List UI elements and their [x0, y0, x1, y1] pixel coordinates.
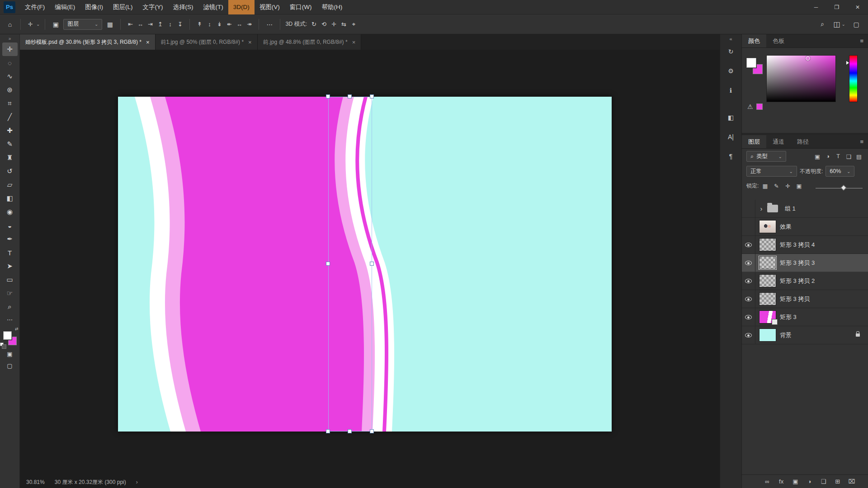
layer-style-icon[interactable]: fx [777, 477, 786, 486]
properties-panel-icon[interactable]: ⚙ [724, 64, 738, 78]
crop-tool[interactable]: ⌗ [2, 97, 18, 110]
foreground-color-swatch[interactable] [3, 331, 12, 340]
layer-thumbnail[interactable] [759, 238, 776, 251]
layer-thumbnail[interactable] [759, 292, 776, 305]
clone-stamp-tool[interactable]: ♜ [2, 151, 18, 164]
distribute-right-icon[interactable]: ↠ [245, 19, 254, 30]
screen-mode-icon[interactable]: ▢ [2, 360, 18, 371]
visibility-toggle[interactable] [742, 308, 755, 326]
align-bottom-icon[interactable]: ↧ [175, 19, 184, 30]
align-center-v-icon[interactable]: ↕ [165, 19, 175, 30]
shape-tool[interactable]: ▭ [2, 273, 18, 286]
distribute-v-icon[interactable]: ↕ [205, 19, 214, 30]
menu-item[interactable]: 图层(L) [108, 0, 138, 14]
lock-transparency-icon[interactable]: ▦ [760, 181, 769, 190]
workspace-switcher[interactable]: ◫ ⌄ [833, 20, 845, 28]
transform-handle[interactable] [326, 262, 330, 266]
layer-row[interactable]: 组 1 [742, 200, 868, 218]
panel-tab[interactable]: 色板 [766, 34, 791, 47]
minimize-button[interactable]: ─ [806, 0, 826, 14]
path-selection-tool[interactable]: ➤ [2, 259, 18, 273]
status-chevron-icon[interactable]: › [136, 479, 138, 485]
hue-slider[interactable] [849, 55, 858, 102]
auto-select-icon[interactable]: ▣ [50, 19, 61, 30]
layer-name[interactable]: 组 1 [785, 205, 866, 213]
layer-thumbnail[interactable] [759, 328, 776, 342]
history-brush-tool[interactable]: ↺ [2, 164, 18, 178]
filter-adjustment-layers-icon[interactable]: ◑ [823, 152, 832, 161]
saturation-brightness-field[interactable] [766, 55, 836, 102]
close-button[interactable]: ✕ [847, 0, 868, 14]
gamut-swatch[interactable] [756, 103, 763, 110]
layer-row[interactable]: 矩形 3 拷贝 3 [742, 254, 868, 272]
group-expand-icon[interactable] [759, 205, 764, 212]
visibility-toggle[interactable] [742, 290, 755, 308]
layer-thumbnail[interactable] [759, 274, 776, 287]
filter-smart-objects-icon[interactable]: ▤ [854, 152, 863, 161]
new-group-icon[interactable]: ❑ [819, 477, 828, 486]
menu-item[interactable]: 文件(F) [20, 0, 50, 14]
info-panel-icon[interactable]: ℹ [724, 83, 738, 98]
more-options-icon[interactable]: ⋯ [264, 19, 275, 30]
layer-mask-icon[interactable]: ▣ [791, 477, 800, 486]
filter-pixel-layers-icon[interactable]: ▣ [813, 152, 822, 161]
canvas-area[interactable]: 30.81% 30 厘米 x 20.32厘米 (300 ppi) › [20, 50, 720, 488]
layer-name[interactable]: 矩形 3 [780, 313, 866, 321]
lock-pixels-icon[interactable]: ✎ [772, 181, 781, 190]
show-transform-controls-icon[interactable]: ▦ [104, 19, 115, 30]
opacity-slider-handle[interactable] [841, 185, 847, 191]
distribute-top-icon[interactable]: ↟ [195, 19, 204, 30]
opacity-control[interactable]: 60% ⌄ [826, 166, 854, 177]
eraser-tool[interactable]: ▱ [2, 178, 18, 192]
document-canvas[interactable] [118, 97, 612, 432]
toolbar-collapse-icon[interactable]: » [9, 35, 11, 42]
move-tool[interactable]: ✛ [2, 42, 18, 56]
brush-tool[interactable]: ✎ [2, 137, 18, 151]
tab-close-icon[interactable]: × [248, 39, 252, 46]
swap-colors-icon[interactable]: ⇄ [15, 327, 19, 331]
align-left-icon[interactable]: ⇤ [126, 19, 135, 30]
adjustments-panel-icon[interactable]: ◧ [724, 110, 738, 125]
layer-name[interactable]: 矩形 3 拷贝 4 [780, 241, 866, 249]
color-cursor[interactable] [806, 56, 810, 61]
default-colors-icon[interactable] [0, 343, 4, 346]
panel-tab[interactable]: 图层 [742, 135, 766, 148]
align-top-icon[interactable]: ↥ [156, 19, 165, 30]
filter-type-layers-icon[interactable]: T [834, 152, 843, 161]
visibility-toggle[interactable] [742, 218, 755, 235]
restore-button[interactable]: ❐ [826, 0, 847, 14]
blur-tool[interactable]: ◉ [2, 205, 18, 219]
character-panel-icon[interactable]: A| [724, 130, 738, 144]
transform-handle[interactable] [326, 429, 330, 433]
3d-scale-icon[interactable]: ⌖ [349, 19, 358, 30]
document-tab[interactable]: 婚纱模板.psd @ 30.8% (矩形 3 拷贝 3, RGB/8) * × [20, 34, 156, 50]
menu-item[interactable]: 窗口(W) [285, 0, 317, 14]
layer-row[interactable]: 背景 [742, 326, 868, 344]
link-layers-icon[interactable]: ∞ [763, 477, 772, 486]
align-right-icon[interactable]: ⇥ [146, 19, 155, 30]
layer-name[interactable]: 背景 [780, 331, 852, 339]
search-icon[interactable]: ⌕ [817, 19, 828, 30]
history-panel-icon[interactable]: ↻ [724, 44, 738, 59]
panel-tab[interactable]: 颜色 [742, 34, 766, 47]
panel-menu-icon[interactable]: ≡ [855, 34, 868, 47]
layer-row[interactable]: 矩形 3 拷贝 4 [742, 236, 868, 254]
menu-item[interactable]: 选择(S) [168, 0, 198, 14]
transform-handle[interactable] [370, 262, 374, 266]
layer-thumbnail[interactable] [767, 205, 778, 212]
align-center-h-icon[interactable]: ↔ [136, 19, 145, 30]
menu-item[interactable]: 滤镜(T) [198, 0, 228, 14]
new-layer-icon[interactable]: ⊞ [833, 477, 842, 486]
3d-roll-icon[interactable]: ⟲ [319, 19, 328, 30]
lasso-tool[interactable]: ∿ [2, 70, 18, 83]
panel-tab[interactable]: 路径 [791, 135, 815, 148]
filter-shape-layers-icon[interactable]: ❑ [844, 152, 853, 161]
gradient-tool[interactable]: ◧ [2, 192, 18, 205]
hue-marker[interactable] [846, 61, 849, 65]
tab-close-icon[interactable]: × [352, 39, 356, 46]
menu-item[interactable]: 图像(I) [80, 0, 108, 14]
type-tool[interactable]: T [2, 246, 18, 259]
dock-layout-icon[interactable]: ▢ [851, 19, 862, 30]
quick-mask-icon[interactable]: ▣ [2, 348, 18, 360]
blend-mode-select[interactable]: 正常 ⌄ [746, 166, 797, 177]
